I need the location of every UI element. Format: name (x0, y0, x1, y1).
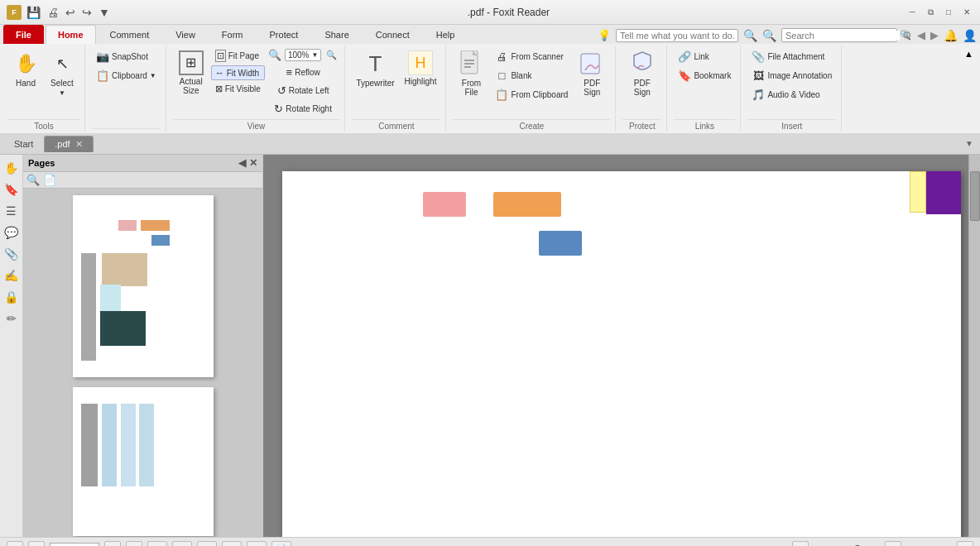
tab-share[interactable]: Share (312, 25, 361, 44)
zoom-out-status-button[interactable]: − (792, 541, 809, 547)
sidebar-signatures[interactable]: ✍ (2, 266, 22, 285)
maximize-button[interactable]: □ (942, 6, 955, 19)
tab-connect[interactable]: Connect (363, 25, 422, 44)
actual-size-button[interactable]: ⊞ ActualSize (173, 47, 209, 98)
next-page-button[interactable]: ▶ (104, 541, 121, 547)
audio-video-button[interactable]: 🎵 Audio & Video (747, 85, 836, 103)
title-bar: F 💾 🖨 ↩ ↪ ▼ .pdf - Foxit Reader ─ ⧉ □ ✕ (0, 0, 980, 25)
pages-close-icon[interactable]: ✕ (249, 157, 257, 169)
hand-button[interactable]: ✋ Hand (8, 47, 43, 91)
tab-pdf[interactable]: .pdf ✕ (44, 136, 93, 152)
typewriter-button[interactable]: T Typewriter (352, 47, 398, 91)
page-thumb-2[interactable] (73, 387, 214, 536)
continuous-button[interactable]: ≡ (222, 541, 242, 547)
sidebar-pen[interactable]: ✏ (2, 309, 22, 328)
lightbulb-icon: 💡 (598, 29, 611, 41)
view-items: ⊞ ActualSize ⊡ Fit Page ↔ Fit Width ⊠ Fi… (173, 47, 340, 117)
zoom-level-box[interactable]: 100% ▼ (285, 49, 322, 61)
rotate-left-button[interactable]: ↺ Rotate Left (273, 82, 334, 99)
snapshot-button[interactable]: 📷 SnapShot (92, 47, 161, 65)
sidebar-comments[interactable]: 💬 (2, 223, 22, 242)
pdf-area[interactable] (263, 155, 980, 537)
page-input[interactable] (50, 543, 99, 547)
prev-page-button[interactable]: ◀ (28, 541, 45, 547)
fit-width-button[interactable]: ↔ Fit Width (211, 65, 265, 80)
tab-comment[interactable]: Comment (98, 25, 162, 44)
zoom-in-button[interactable]: 🔍 (323, 47, 339, 63)
tab-file[interactable]: File (3, 25, 44, 44)
tab-home[interactable]: Home (46, 25, 96, 44)
quick-access-undo[interactable]: ↩ (64, 5, 77, 20)
first-page-button[interactable]: ⏮ (7, 541, 23, 547)
from-clipboard-button[interactable]: 📋 From Clipboard (491, 85, 572, 103)
search-box[interactable]: 🔍 (781, 28, 897, 42)
clipboard-button[interactable]: 📋 Clipboard ▼ (92, 66, 161, 84)
select-dropdown-icon[interactable]: ▼ (59, 89, 65, 97)
quick-access-redo[interactable]: ↪ (80, 5, 94, 20)
last-page-button[interactable]: ⏭ (126, 541, 142, 547)
tell-me-box[interactable] (616, 29, 738, 42)
sidebar-attachments[interactable]: 📎 (2, 244, 22, 264)
reflow-button[interactable]: ≡ Reflow (282, 64, 324, 81)
sidebar-security[interactable]: 🔒 (2, 287, 22, 307)
notification-icon[interactable]: 🔔 (944, 29, 958, 42)
tab-help[interactable]: Help (424, 25, 468, 44)
tab-pdf-close[interactable]: ✕ (75, 139, 83, 150)
pages-options-icon[interactable]: 📄 (43, 174, 56, 186)
tab-form[interactable]: Form (209, 25, 256, 44)
quick-access-print[interactable]: 🖨 (46, 5, 60, 20)
quick-access-custom[interactable]: ▼ (97, 5, 112, 20)
back-icon[interactable]: ◀ (917, 29, 925, 41)
from-scanner-label: From Scanner (511, 52, 563, 61)
zoom-in-status-button[interactable]: + (885, 541, 901, 547)
search-input[interactable] (785, 31, 900, 41)
pages-expand-icon[interactable]: ◀ (238, 157, 246, 169)
two-page-button[interactable]: ⊞ (247, 541, 267, 547)
pages-search-icon[interactable]: 🔍 (26, 174, 40, 186)
highlight-button[interactable]: H Highlight (401, 47, 441, 89)
rotate-right-button[interactable]: ↻ Rotate Right (270, 100, 336, 117)
clipboard-dropdown[interactable]: ▼ (150, 72, 156, 79)
single-page-button[interactable]: □ (197, 541, 217, 547)
fit-width-status-button[interactable]: ↔ (172, 541, 192, 547)
search-box-icon[interactable]: 🔍 (762, 29, 776, 42)
protect-pdf-sign-button[interactable]: PDFSign (624, 47, 661, 100)
toc-button[interactable]: 📄 (271, 541, 291, 547)
blank-button[interactable]: □ Blank (491, 66, 572, 84)
zoom-out-button[interactable]: 🔍 (267, 47, 283, 63)
tab-view[interactable]: View (163, 25, 208, 44)
image-annotation-button[interactable]: 🖼 Image Annotation (747, 66, 836, 84)
settings-icon[interactable]: ⚙ (902, 29, 912, 41)
scroll-thumb[interactable] (970, 171, 980, 221)
zoom-level-expand[interactable]: ▼ (957, 541, 973, 547)
file-attachment-button[interactable]: 📎 File Attachment (747, 47, 836, 65)
tabs-expand-icon[interactable]: ▼ (965, 139, 977, 148)
page-thumb-1[interactable] (73, 195, 214, 377)
restore-button[interactable]: ⧉ (924, 6, 937, 19)
sidebar-hand-tool[interactable]: ✋ (2, 158, 22, 178)
user-icon[interactable]: 👤 (963, 29, 977, 42)
search-icon[interactable]: 🔍 (743, 29, 757, 42)
select-button[interactable]: ↖ Select ▼ (45, 47, 79, 100)
tab-start[interactable]: Start (3, 136, 44, 151)
link-button[interactable]: 🔗 Link (674, 47, 735, 65)
fit-visible-button[interactable]: ⊠ Fit Visible (211, 81, 265, 97)
forward-icon[interactable]: ▶ (930, 29, 939, 41)
minimize-button[interactable]: ─ (906, 6, 919, 19)
zoom-dropdown-icon[interactable]: ▼ (311, 51, 318, 59)
sidebar-layers[interactable]: ☰ (2, 201, 22, 221)
pdf-sign-button[interactable]: PDFSign (574, 47, 610, 100)
ribbon-collapse-button[interactable]: ▲ (961, 46, 977, 62)
sidebar-bookmarks[interactable]: 🔖 (2, 180, 22, 199)
fit-page-button[interactable]: ⊡ Fit Page (211, 47, 265, 65)
quick-access-save[interactable]: 💾 (25, 5, 42, 20)
tab-protect[interactable]: Protect (257, 25, 311, 44)
from-scanner-button[interactable]: 🖨 From Scanner (491, 47, 572, 65)
pdf-scrollbar[interactable] (968, 155, 980, 537)
link-icon: 🔗 (678, 50, 691, 63)
close-button[interactable]: ✕ (960, 6, 973, 19)
from-file-button[interactable]: FromFile (453, 47, 489, 100)
fit-page-status-button[interactable]: ⊡ (147, 541, 167, 547)
tell-me-input[interactable] (620, 31, 734, 41)
bookmark-button[interactable]: 🔖 Bookmark (674, 66, 735, 84)
